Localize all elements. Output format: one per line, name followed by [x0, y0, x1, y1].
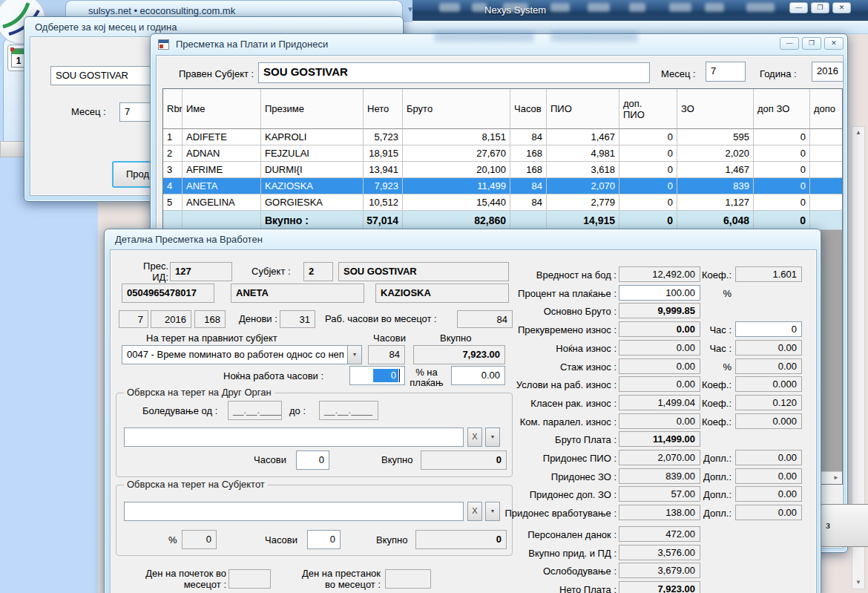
- tab-caret-icon[interactable]: ▼: [407, 5, 414, 13]
- grid-column-header[interactable]: Rbr: [163, 89, 183, 129]
- payroll-minimize-button[interactable]: —: [780, 37, 799, 50]
- grid-cell[interactable]: 10,512: [364, 194, 403, 211]
- payroll-maximize-button[interactable]: ❐: [802, 37, 821, 50]
- grid-cell[interactable]: GORGIESKA: [261, 194, 364, 211]
- other-org-hours-input[interactable]: 0: [296, 451, 329, 470]
- grid-cell[interactable]: 0: [619, 211, 677, 230]
- grid-cell[interactable]: 0: [754, 129, 810, 145]
- grid-cell[interactable]: 84: [510, 194, 547, 211]
- subject-input[interactable]: SOU GOSTIVAR: [258, 62, 650, 83]
- scroll-up-icon[interactable]: ▲: [852, 127, 864, 139]
- grid-cell[interactable]: [183, 211, 261, 230]
- grid-column-header[interactable]: Име: [183, 89, 261, 129]
- grid-cell[interactable]: ANETA: [183, 178, 261, 194]
- grid-column-header[interactable]: ЗО: [677, 89, 754, 129]
- grid-cell[interactable]: 2,020: [677, 145, 754, 162]
- grid-cell[interactable]: 0: [619, 162, 677, 178]
- grid-cell[interactable]: 11,499: [403, 178, 510, 194]
- grid-cell[interactable]: 84: [510, 129, 547, 145]
- subject-burden-hours-input[interactable]: 0: [307, 530, 341, 549]
- grid-header-row[interactable]: RbrИмеПрезимеНетоБрутоЧасовПИОдоп. ПИОЗО…: [163, 89, 843, 129]
- grid-cell[interactable]: ADIFETE: [183, 129, 261, 145]
- grid-cell[interactable]: 0: [754, 145, 810, 162]
- grid-cell[interactable]: 595: [677, 129, 754, 145]
- grid-cell[interactable]: 1,467: [677, 162, 754, 178]
- grid-cell[interactable]: 13,941: [364, 162, 403, 178]
- table-row[interactable]: 5ANGELINAGORGIESKA10,51215,440842,77901,…: [163, 194, 842, 211]
- year-value-box[interactable]: 2016: [812, 62, 844, 82]
- start-day-box[interactable]: [228, 569, 271, 589]
- grid-cell[interactable]: 5: [163, 194, 183, 211]
- grid-cell[interactable]: 2: [163, 145, 183, 162]
- grid-cell[interactable]: 4,981: [547, 145, 619, 162]
- grid-cell[interactable]: 20,100: [403, 162, 510, 178]
- other-org-combobox[interactable]: [124, 427, 464, 447]
- grid-cell[interactable]: 6,048: [677, 211, 754, 230]
- grid-cell[interactable]: [510, 211, 547, 230]
- scroll-right-icon[interactable]: ►: [830, 472, 842, 484]
- grid-cell[interactable]: 3: [163, 162, 183, 178]
- grid-column-header[interactable]: ПИО: [547, 89, 619, 129]
- grid-cell[interactable]: 1: [163, 129, 183, 145]
- occluded-button[interactable]: з: [821, 504, 868, 547]
- grid-cell[interactable]: 4: [163, 178, 183, 194]
- grid-cell[interactable]: Вкупно :: [261, 211, 364, 230]
- grid-cell[interactable]: 7,923: [364, 178, 403, 194]
- main-maximize-button[interactable]: ❐: [811, 2, 829, 13]
- grid-cell[interactable]: 0: [754, 194, 810, 211]
- grid-cell[interactable]: [810, 194, 843, 211]
- payroll-close-button[interactable]: ✕: [824, 37, 844, 50]
- grid-cell[interactable]: [810, 178, 843, 194]
- grid-cell[interactable]: [810, 162, 843, 178]
- grid-cell[interactable]: [810, 129, 843, 145]
- month-value-box[interactable]: 7: [706, 62, 746, 82]
- table-row[interactable]: 2ADNANFEJZULAI18,91527,6701684,98102,020…: [163, 145, 842, 162]
- night-hours-input[interactable]: 0: [349, 366, 405, 385]
- main-close-button[interactable]: ✕: [832, 2, 851, 13]
- grid-cell[interactable]: ADNAN: [183, 145, 261, 162]
- grid-cell[interactable]: 0: [619, 194, 677, 211]
- grid-cell[interactable]: 18,915: [364, 145, 403, 162]
- grid-column-header[interactable]: доп ЗО: [754, 89, 810, 129]
- table-row[interactable]: 1ADIFETEKAPROLI5,7238,151841,46705950: [163, 129, 842, 145]
- grid-cell[interactable]: ANGELINA: [183, 194, 261, 211]
- main-minimize-button[interactable]: —: [789, 2, 808, 13]
- grid-cell[interactable]: 1,127: [677, 194, 754, 211]
- grid-cell[interactable]: 168: [510, 162, 547, 178]
- grid-column-header[interactable]: Бруто: [403, 89, 510, 129]
- grid-column-header[interactable]: Презиме: [261, 89, 364, 129]
- grid-cell[interactable]: 15,440: [403, 194, 510, 211]
- table-row[interactable]: 3AFRIMEDURMI{I13,94120,1001683,61801,467…: [163, 162, 842, 178]
- grid-cell[interactable]: 14,915: [547, 211, 619, 230]
- end-day-box[interactable]: [385, 569, 431, 589]
- grid-cell[interactable]: DURMI{I: [261, 162, 364, 178]
- grid-cell[interactable]: 8,151: [403, 129, 510, 145]
- grid-cell[interactable]: 168: [510, 145, 547, 162]
- grid-totals-row[interactable]: Вкупно :57,01482,86014,91506,0480: [163, 211, 842, 230]
- grid-cell[interactable]: 0: [754, 162, 810, 178]
- grid-cell[interactable]: 5,723: [364, 129, 403, 145]
- grid-cell[interactable]: KAPROLI: [261, 129, 364, 145]
- grid-cell[interactable]: 0: [619, 145, 677, 162]
- grid-cell[interactable]: 839: [677, 178, 754, 194]
- grid-cell[interactable]: 3,618: [547, 162, 619, 178]
- grid-column-header[interactable]: Нето: [364, 89, 403, 129]
- work-type-dropdown-icon[interactable]: ▾: [347, 345, 362, 364]
- grid-cell[interactable]: 82,860: [403, 211, 510, 230]
- grid-cell[interactable]: [810, 145, 843, 162]
- sick-from-input[interactable]: __.__.____: [228, 401, 282, 420]
- sick-to-input[interactable]: __.__.____: [319, 401, 378, 420]
- grid-cell[interactable]: 0: [754, 211, 810, 230]
- scroll-down-icon[interactable]: ▼: [852, 577, 864, 589]
- grid-cell[interactable]: 0: [619, 129, 677, 145]
- work-type-combobox[interactable]: 0047 - Време поминато во работен однос с…: [122, 345, 347, 364]
- grid-column-header[interactable]: допо: [810, 89, 843, 129]
- grid-cell[interactable]: 0: [754, 178, 810, 194]
- detail-field-extra-value[interactable]: 0: [735, 321, 802, 337]
- grid-cell[interactable]: [163, 211, 183, 230]
- grid-cell[interactable]: FEJZULAI: [261, 145, 364, 162]
- grid-cell[interactable]: KAZIOSKA: [261, 178, 364, 194]
- grid-column-header[interactable]: доп. ПИО: [619, 89, 677, 129]
- grid-cell[interactable]: 2,070: [547, 178, 619, 194]
- grid-column-header[interactable]: Часов: [510, 89, 547, 129]
